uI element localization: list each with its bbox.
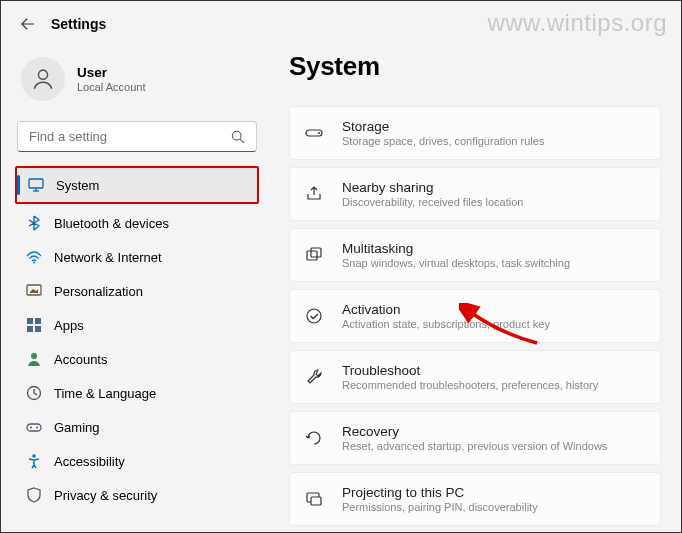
card-multitask[interactable]: MultitaskingSnap windows, virtual deskto… — [289, 228, 661, 282]
svg-rect-9 — [35, 318, 41, 324]
card-title: Projecting to this PC — [342, 485, 538, 500]
card-sub: Snap windows, virtual desktops, task swi… — [342, 257, 570, 269]
svg-point-0 — [38, 70, 47, 79]
nav-personalization[interactable]: Personalization — [15, 274, 259, 308]
personalization-icon — [25, 283, 42, 300]
svg-point-19 — [318, 132, 320, 134]
network-icon — [25, 249, 42, 266]
nav-highlight: System — [15, 166, 259, 204]
recovery-icon — [304, 428, 324, 448]
card-recovery[interactable]: RecoveryReset, advanced startup, previou… — [289, 411, 661, 465]
nav-system[interactable]: System — [17, 168, 257, 202]
svg-rect-14 — [27, 424, 41, 431]
search-icon — [231, 130, 245, 144]
nav-label: Privacy & security — [54, 488, 157, 503]
card-title: Storage — [342, 119, 544, 134]
card-sub: Storage space, drives, configuration rul… — [342, 135, 544, 147]
check-circle-icon — [304, 306, 324, 326]
card-sub: Reset, advanced startup, previous versio… — [342, 440, 607, 452]
card-title: Multitasking — [342, 241, 570, 256]
card-title: Recovery — [342, 424, 607, 439]
back-button[interactable] — [19, 15, 37, 33]
user-name: User — [77, 65, 146, 80]
back-arrow-icon — [21, 17, 35, 31]
nav-apps[interactable]: Apps — [15, 308, 259, 342]
svg-rect-8 — [27, 318, 33, 324]
svg-point-12 — [31, 353, 37, 359]
svg-rect-24 — [311, 497, 321, 505]
user-sub: Local Account — [77, 81, 146, 93]
search-box[interactable] — [17, 121, 257, 152]
nav-accessibility[interactable]: Accessibility — [15, 444, 259, 478]
svg-line-2 — [240, 139, 244, 143]
gaming-icon — [25, 419, 42, 436]
nav-label: Accounts — [54, 352, 107, 367]
card-storage[interactable]: StorageStorage space, drives, configurat… — [289, 106, 661, 160]
svg-rect-10 — [27, 326, 33, 332]
bluetooth-icon — [25, 215, 42, 232]
card-activation[interactable]: ActivationActivation state, subscription… — [289, 289, 661, 343]
svg-point-1 — [232, 131, 241, 140]
apps-icon — [25, 317, 42, 334]
card-sub: Permissions, pairing PIN, discoverabilit… — [342, 501, 538, 513]
share-icon — [304, 184, 324, 204]
user-icon — [30, 66, 56, 92]
wrench-icon — [304, 367, 324, 387]
avatar — [21, 57, 65, 101]
nav-label: Gaming — [54, 420, 100, 435]
accessibility-icon — [25, 453, 42, 470]
svg-rect-3 — [29, 179, 43, 188]
accounts-icon — [25, 351, 42, 368]
sidebar: User Local Account System Bluetooth & de… — [1, 43, 269, 533]
nav-time[interactable]: Time & Language — [15, 376, 259, 410]
nav-label: Personalization — [54, 284, 143, 299]
search-input[interactable] — [29, 129, 231, 144]
nav-accounts[interactable]: Accounts — [15, 342, 259, 376]
header-bar: Settings — [1, 1, 681, 43]
nav-privacy[interactable]: Privacy & security — [15, 478, 259, 512]
card-sub: Activation state, subscriptions, product… — [342, 318, 550, 330]
card-title: Activation — [342, 302, 550, 317]
card-troubleshoot[interactable]: TroubleshootRecommended troubleshooters,… — [289, 350, 661, 404]
nav-list: System Bluetooth & devices Network & Int… — [15, 166, 259, 512]
svg-point-6 — [33, 262, 35, 264]
projecting-icon — [304, 489, 324, 509]
nav-label: Accessibility — [54, 454, 125, 469]
storage-icon — [304, 123, 324, 143]
card-sub: Recommended troubleshooters, preferences… — [342, 379, 598, 391]
svg-rect-21 — [311, 248, 321, 257]
nav-gaming[interactable]: Gaming — [15, 410, 259, 444]
svg-point-15 — [30, 427, 32, 429]
card-title: Nearby sharing — [342, 180, 523, 195]
card-sub: Discoverability, received files location — [342, 196, 523, 208]
nav-label: Apps — [54, 318, 84, 333]
nav-label: Time & Language — [54, 386, 156, 401]
svg-rect-20 — [307, 251, 317, 260]
clock-icon — [25, 385, 42, 402]
svg-point-16 — [36, 427, 38, 429]
nav-label: System — [56, 178, 99, 193]
main-panel: System StorageStorage space, drives, con… — [269, 43, 681, 533]
nav-label: Bluetooth & devices — [54, 216, 169, 231]
card-nearby[interactable]: Nearby sharingDiscoverability, received … — [289, 167, 661, 221]
system-icon — [27, 177, 44, 194]
settings-title: Settings — [51, 16, 106, 32]
nav-bluetooth[interactable]: Bluetooth & devices — [15, 206, 259, 240]
svg-rect-11 — [35, 326, 41, 332]
nav-network[interactable]: Network & Internet — [15, 240, 259, 274]
svg-point-22 — [307, 309, 321, 323]
shield-icon — [25, 487, 42, 504]
page-title: System — [289, 51, 661, 82]
user-info[interactable]: User Local Account — [15, 49, 259, 117]
svg-point-17 — [32, 454, 36, 458]
card-title: Troubleshoot — [342, 363, 598, 378]
nav-label: Network & Internet — [54, 250, 162, 265]
card-projecting[interactable]: Projecting to this PCPermissions, pairin… — [289, 472, 661, 526]
multitask-icon — [304, 245, 324, 265]
